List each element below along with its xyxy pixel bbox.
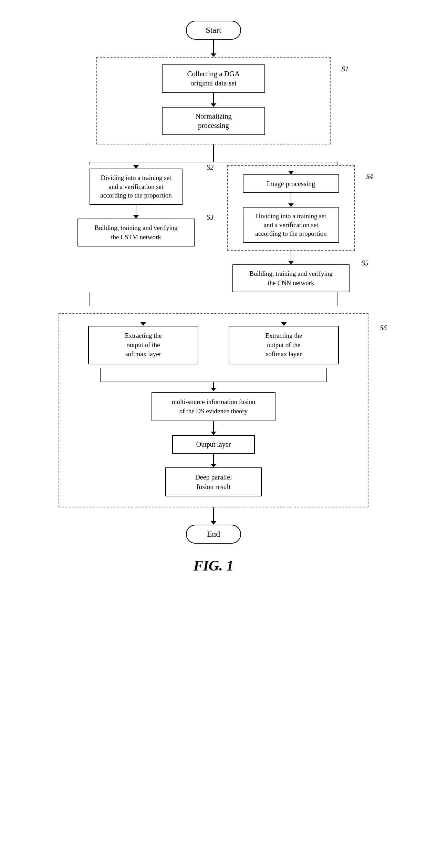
page-container: Start S1 Collecting a DGA original data …	[7, 7, 420, 868]
s6-section: S6 Extracting the output of the softmax …	[59, 313, 368, 507]
s4-section: S4 Image processing	[227, 165, 355, 251]
split-connector	[59, 144, 368, 165]
s2-label: S2	[207, 163, 214, 171]
divide-left-box: Dividing into a training set and a verif…	[90, 169, 183, 205]
right-branch-start	[337, 162, 337, 165]
flowchart: Start S1 Collecting a DGA original data …	[59, 21, 368, 574]
deep-parallel-box: Deep parallel fusion result	[165, 467, 262, 496]
arrow-divide-left-to-lstm	[133, 205, 139, 219]
normalizing-box: Normalizing processing	[162, 107, 265, 135]
left-branch: Dividing into a training set and a verif…	[59, 165, 214, 246]
collecting-box: Collecting a DGA original data set	[162, 64, 265, 93]
s1-section: S1 Collecting a DGA original data set No…	[96, 57, 331, 144]
arrow-into-softmax-right	[281, 322, 287, 326]
softmax-row: Extracting the output of the softmax lay…	[73, 322, 354, 364]
arrow-into-softmax-left	[140, 322, 146, 326]
arrow-collect-normalize	[211, 93, 216, 107]
cnn-box: Building, training and verifying the CNN…	[232, 264, 350, 292]
split-area: Dividing into a training set and a verif…	[59, 165, 368, 292]
arrow-ds-to-output	[211, 421, 216, 435]
arrow-image-to-divide-right	[288, 193, 294, 207]
output-layer-box: Output layer	[172, 435, 255, 454]
converge-right-down	[326, 368, 327, 382]
converge-connector	[72, 368, 355, 392]
image-processing-box: Image processing	[243, 174, 339, 193]
ds-box: multi-source information fusion of the D…	[152, 392, 275, 421]
converge-left-down	[100, 368, 101, 382]
start-node: Start	[186, 21, 241, 40]
s1-label: S1	[341, 64, 349, 73]
converge-arrow-head	[211, 388, 216, 391]
s5-label: S5	[362, 259, 368, 267]
left-down-to-merge	[90, 292, 90, 306]
s6-label: S6	[380, 324, 387, 332]
arrow-to-end	[211, 507, 216, 525]
right-down-to-merge	[337, 292, 337, 306]
arrow-output-to-deep	[211, 454, 216, 467]
softmax-right-col: Extracting the output of the softmax lay…	[229, 322, 339, 364]
lstm-box: Building, training and verifying the LST…	[77, 219, 195, 246]
left-branch-start	[90, 162, 90, 165]
arrow-divide-right-to-cnn	[288, 251, 294, 264]
arrow-start-to-s1	[211, 40, 216, 57]
softmax-left-col: Extracting the output of the softmax lay…	[88, 322, 198, 364]
s3-label: S3	[207, 213, 214, 221]
divide-right-box: Dividing into a training set and a verif…	[243, 207, 339, 243]
merge-connector	[59, 292, 368, 313]
fig-label: FIG. 1	[194, 557, 234, 574]
arrow-into-divide-left	[133, 165, 139, 169]
split-h-line	[90, 162, 337, 162]
split-v-line	[213, 144, 214, 162]
end-node: End	[186, 525, 241, 544]
softmax-left-box: Extracting the output of the softmax lay…	[88, 326, 198, 364]
softmax-right-box: Extracting the output of the softmax lay…	[229, 326, 339, 364]
arrow-into-image	[288, 171, 294, 174]
s4-label: S4	[366, 173, 373, 181]
right-branch: S4 Image processing	[214, 165, 368, 292]
converge-center-down	[213, 382, 214, 388]
